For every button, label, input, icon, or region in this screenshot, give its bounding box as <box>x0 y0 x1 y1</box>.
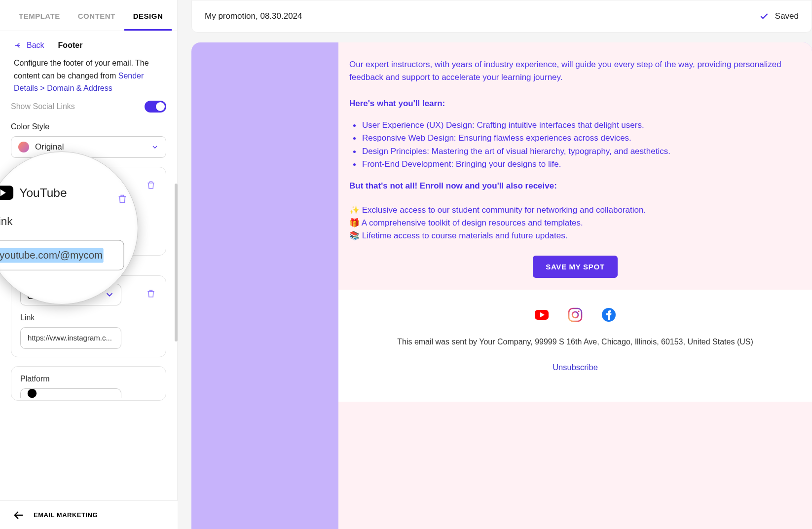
email-intro: Our expert instructors, with years of in… <box>349 58 801 84</box>
show-social-toggle[interactable] <box>145 101 166 113</box>
but-header: But that's not all! Enroll now and you'l… <box>349 180 801 192</box>
chevron-down-icon <box>104 289 115 300</box>
instagram-icon[interactable] <box>568 307 583 322</box>
unsubscribe-link[interactable]: Unsubscribe <box>553 363 598 372</box>
footer-social-row <box>349 307 801 322</box>
svg-point-7 <box>578 310 579 312</box>
gradient-swatch-icon <box>18 142 29 152</box>
arrow-left-icon <box>14 41 23 50</box>
saved-label: Saved <box>775 11 799 21</box>
facebook-icon <box>27 388 37 398</box>
section-title: Footer <box>58 41 83 50</box>
social-card-facebook: Platform <box>11 366 166 401</box>
trash-icon[interactable] <box>146 289 156 299</box>
extra-line: ✨ Exclusive access to our student commun… <box>349 204 801 217</box>
sent-by-text: This email was sent by Your Company, 999… <box>349 336 801 348</box>
link-label: Link <box>20 313 157 322</box>
trash-icon[interactable] <box>146 180 156 190</box>
doc-title: My promotion, 08.30.2024 <box>205 11 302 21</box>
tab-content[interactable]: CONTENT <box>69 0 124 31</box>
tab-design[interactable]: DESIGN <box>124 0 172 31</box>
show-social-row: Show Social Links <box>11 101 166 113</box>
youtube-icon <box>0 186 13 200</box>
back-label: Back <box>27 41 44 50</box>
back-button[interactable]: Back <box>14 41 44 50</box>
bottom-bar[interactable]: EMAIL MARKETING <box>0 500 178 529</box>
extra-line: 🎁 A comprehensive toolkit of design reso… <box>349 217 801 229</box>
subheader: Back Footer <box>0 31 177 57</box>
learn-bullet: User Experience (UX) Design: Crafting in… <box>349 119 801 132</box>
email-footer: This email was sent by Your Company, 999… <box>338 290 812 402</box>
topbar: My promotion, 08.30.2024 Saved <box>191 0 812 33</box>
design-sidebar: TEMPLATE CONTENT DESIGN Back Footer Conf… <box>0 0 178 529</box>
svg-rect-5 <box>569 308 582 321</box>
color-style-value: Original <box>35 142 64 152</box>
bottom-bar-label: EMAIL MARKETING <box>34 511 98 519</box>
chevron-down-icon <box>151 143 159 151</box>
sidebar-tabs: TEMPLATE CONTENT DESIGN <box>0 0 177 31</box>
youtube-link-input[interactable]: .youtube.com/@mycom <box>0 240 124 270</box>
arrow-left-icon <box>12 508 26 522</box>
cta-button[interactable]: SAVE MY SPOT <box>533 256 618 278</box>
magnifier-platform: YouTube <box>19 186 67 200</box>
svg-point-6 <box>572 312 578 318</box>
email-preview: Our expert instructors, with years of in… <box>338 42 812 529</box>
saved-indicator: Saved <box>759 11 799 21</box>
check-icon <box>759 11 769 21</box>
instagram-link-input[interactable] <box>20 327 121 349</box>
magnifier-link-label: Link <box>0 215 131 228</box>
learn-bullet: Responsive Web Design: Ensuring flawless… <box>349 132 801 145</box>
svg-point-3 <box>28 389 37 398</box>
footer-description: Configure the footer of your email. The … <box>0 57 177 99</box>
facebook-icon[interactable] <box>601 307 616 322</box>
youtube-icon[interactable] <box>534 307 549 322</box>
sidebar-scrollbar[interactable] <box>175 184 178 341</box>
platform-select-facebook[interactable] <box>20 388 121 398</box>
show-social-label: Show Social Links <box>11 102 75 111</box>
tab-template[interactable]: TEMPLATE <box>10 0 69 31</box>
platform-label: Platform <box>20 375 157 383</box>
canvas: Our expert instructors, with years of in… <box>191 42 812 529</box>
learn-bullet: Front-End Development: Bringing your des… <box>349 158 801 171</box>
learn-bullet: Design Principles: Mastering the art of … <box>349 145 801 158</box>
learn-header: Here's what you'll learn: <box>349 97 801 110</box>
color-style-select[interactable]: Original <box>11 136 166 158</box>
color-style-label: Color Style <box>11 122 166 131</box>
learn-bullets: User Experience (UX) Design: Crafting in… <box>349 119 801 171</box>
extra-line: 📚 Lifetime access to course materials an… <box>349 229 801 242</box>
youtube-link-value: .youtube.com/@mycom <box>0 248 104 263</box>
